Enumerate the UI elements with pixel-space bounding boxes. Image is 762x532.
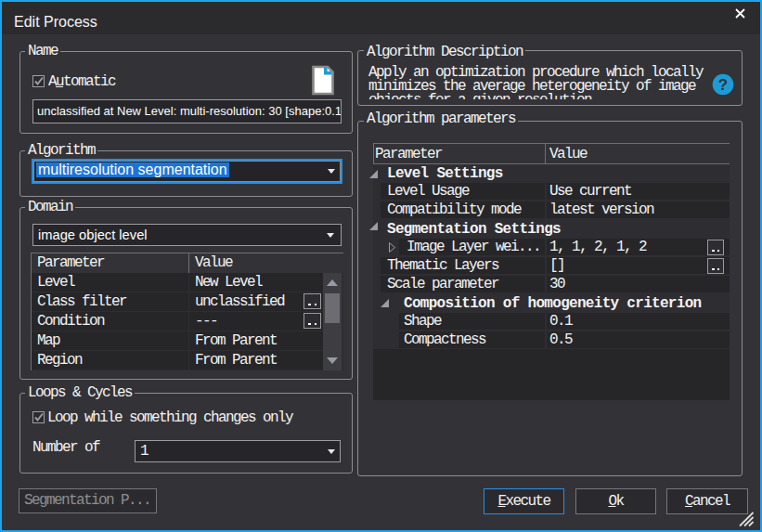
svg-text:?: ? [718,76,728,94]
